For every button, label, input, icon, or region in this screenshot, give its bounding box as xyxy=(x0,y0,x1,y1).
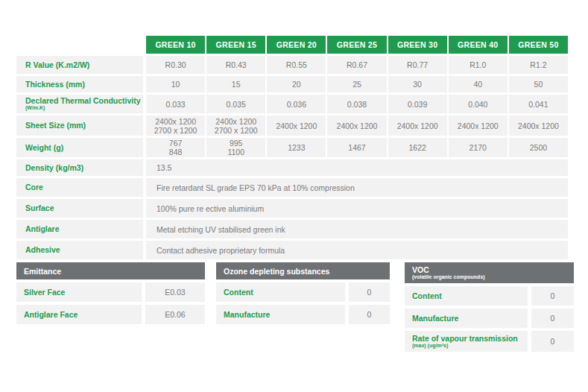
table-row: Content 0 xyxy=(216,282,390,302)
emittance-header: Emittance xyxy=(16,262,205,279)
row-value: 0 xyxy=(349,305,390,324)
spec-value: 1467 xyxy=(327,138,386,157)
spec-row-surface: Surface 100% pure re ective aluminium xyxy=(16,199,568,218)
column-header-green-15: GREEN 15 xyxy=(206,36,265,54)
spec-table: GREEN 10 GREEN 15 GREEN 20 GREEN 25 GREE… xyxy=(16,36,568,262)
datasheet-page: GREEN 10 GREEN 15 GREEN 20 GREEN 25 GREE… xyxy=(0,0,588,392)
column-header-green-25: GREEN 25 xyxy=(327,36,386,54)
ozone-table: Ozone depleting substances Content 0 Man… xyxy=(216,262,390,352)
spec-value: 1233 xyxy=(267,138,326,157)
spec-value: R0.55 xyxy=(267,56,326,74)
spec-value: R1.2 xyxy=(509,56,568,74)
spec-value: 2400x 1200 xyxy=(388,116,447,136)
row-label: Surface xyxy=(16,199,143,218)
spec-value: 0.041 xyxy=(509,95,568,113)
spec-value: 2500 xyxy=(509,138,568,157)
row-label: Antiglare xyxy=(16,220,143,238)
spec-value: 0.035 xyxy=(206,95,265,113)
spec-merged-value: 13.5 xyxy=(146,159,568,176)
emittance-table: Emittance Silver Face E0.03 Antiglare Fa… xyxy=(16,262,205,352)
table-row: Rate of vapour transmission (max) (ug/m²… xyxy=(405,331,574,352)
spec-merged-value: Metal etching UV stabilised green ink xyxy=(146,220,568,238)
spec-value: 0.033 xyxy=(146,95,205,113)
spec-merged-value: Contact adhesive proprietary formula xyxy=(146,241,568,259)
spec-value: 0.040 xyxy=(449,95,508,113)
spec-row-sheet-size: Sheet Size (mm) 2400x 12002700 x 1200 24… xyxy=(16,116,568,136)
row-label: Antiglare Face xyxy=(16,305,142,324)
spec-value: 2400x 1200 xyxy=(327,116,386,136)
row-value: 0 xyxy=(349,282,390,302)
spec-value: 2400x 1200 xyxy=(267,116,326,136)
table-row: Manufacture 0 xyxy=(405,309,574,328)
voc-subtitle: (volatile organic compounds) xyxy=(412,274,574,280)
header-spacer xyxy=(16,36,143,54)
spec-row-weight: Weight (g) 767848 9951100 1233 1467 1622… xyxy=(16,138,568,157)
spec-value: 1622 xyxy=(388,138,447,157)
voc-header: VOC (volatile organic compounds) xyxy=(405,262,574,283)
spec-header-row: GREEN 10 GREEN 15 GREEN 20 GREEN 25 GREE… xyxy=(16,36,568,54)
table-row: Silver Face E0.03 xyxy=(16,282,205,302)
spec-value: R0.77 xyxy=(388,56,447,74)
row-label: Rate of vapour transmission (max) (ug/m²… xyxy=(405,331,528,352)
table-row: Antiglare Face E0.06 xyxy=(16,305,205,324)
row-value: E0.03 xyxy=(145,282,205,302)
row-value: 0 xyxy=(531,309,574,328)
row-label: Manufacture xyxy=(216,305,345,324)
spec-value: 2400x 12002700 x 1200 xyxy=(206,116,265,136)
row-label: Core xyxy=(16,178,143,197)
spec-value: 2400x 12002700 x 1200 xyxy=(146,116,205,136)
row-sublabel: (max) (ug/m²s) xyxy=(412,343,528,349)
table-row: Manufacture 0 xyxy=(216,305,390,324)
spec-value: 50 xyxy=(509,76,568,92)
row-label: Declared Thermal Conductivity (W/m.K) xyxy=(16,95,143,113)
spec-value: 25 xyxy=(327,76,386,92)
spec-value: 30 xyxy=(388,76,447,92)
row-value: 0 xyxy=(531,331,574,352)
row-label: R Value (K.m2/W) xyxy=(16,56,143,74)
spec-row-density: Density (kg/m3) 13.5 xyxy=(16,159,568,176)
row-label: Content xyxy=(405,286,528,306)
spec-value: 0.039 xyxy=(388,95,447,113)
spec-value: 2170 xyxy=(449,138,508,157)
spec-value: 20 xyxy=(267,76,326,92)
spec-value: 40 xyxy=(449,76,508,92)
spec-row-thickness: Thickness (mm) 10 15 20 25 30 40 50 xyxy=(16,76,568,92)
spec-row-r-value: R Value (K.m2/W) R0.30 R0.43 R0.55 R0.67… xyxy=(16,56,568,74)
row-label: Density (kg/m3) xyxy=(16,159,143,176)
spec-row-thermal-conductivity: Declared Thermal Conductivity (W/m.K) 0.… xyxy=(16,95,568,113)
voc-table: VOC (volatile organic compounds) Content… xyxy=(405,262,574,352)
spec-value: 0.036 xyxy=(267,95,326,113)
spec-value: R0.43 xyxy=(206,56,265,74)
spec-value: 2400x 1200 xyxy=(449,116,508,136)
spec-row-core: Core Fire retardant SL grade EPS 70 kPa … xyxy=(16,178,568,197)
spec-value: 10 xyxy=(146,76,205,92)
row-label: Adhesive xyxy=(16,241,143,259)
table-row: Content 0 xyxy=(405,286,574,306)
spec-row-adhesive: Adhesive Contact adhesive proprietary fo… xyxy=(16,241,568,259)
spec-value: 9951100 xyxy=(206,138,265,157)
row-label: Manufacture xyxy=(405,309,528,328)
spec-merged-value: Fire retardant SL grade EPS 70 kPa at 10… xyxy=(146,178,568,197)
spec-value: 0.038 xyxy=(327,95,386,113)
row-value: 0 xyxy=(531,286,574,306)
spec-value: R0.67 xyxy=(327,56,386,74)
column-header-green-10: GREEN 10 xyxy=(146,36,205,54)
column-header-green-30: GREEN 30 xyxy=(388,36,447,54)
row-sublabel: (W/m.K) xyxy=(25,105,143,111)
row-label: Weight (g) xyxy=(16,138,143,157)
spec-value: 2400x 1200 xyxy=(509,116,568,136)
spec-row-antiglare: Antiglare Metal etching UV stabilised gr… xyxy=(16,220,568,238)
row-label: Silver Face xyxy=(16,282,142,302)
ozone-header: Ozone depleting substances xyxy=(216,262,390,279)
bottom-tables: Emittance Silver Face E0.03 Antiglare Fa… xyxy=(16,262,574,352)
spec-value: R1.0 xyxy=(449,56,508,74)
spec-merged-value: 100% pure re ective aluminium xyxy=(146,199,568,218)
spec-value: R0.30 xyxy=(146,56,205,74)
row-label: Sheet Size (mm) xyxy=(16,116,143,136)
spec-value: 15 xyxy=(206,76,265,92)
row-value: E0.06 xyxy=(145,305,205,324)
column-header-green-40: GREEN 40 xyxy=(449,36,508,54)
column-header-green-50: GREEN 50 xyxy=(509,36,568,54)
spec-value: 767848 xyxy=(146,138,205,157)
row-label: Content xyxy=(216,282,345,302)
